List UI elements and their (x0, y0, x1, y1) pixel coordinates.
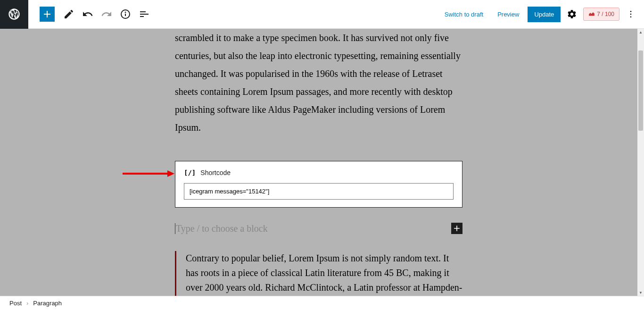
wordpress-logo[interactable] (0, 0, 28, 29)
info-button[interactable] (117, 6, 134, 23)
seo-score-badge[interactable]: 7 / 100 (583, 8, 619, 21)
scroll-down-arrow[interactable]: ▼ (637, 289, 644, 296)
seo-score-text: 7 / 100 (597, 11, 614, 17)
scrollbar-thumb[interactable] (638, 50, 643, 131)
more-options-button[interactable] (622, 6, 639, 23)
add-block-button[interactable] (40, 7, 55, 22)
breadcrumb-root[interactable]: Post (9, 300, 22, 307)
svg-point-5 (630, 17, 632, 18)
paragraph-block[interactable]: scrambled it to make a type specimen boo… (175, 29, 462, 140)
preview-button[interactable]: Preview (492, 7, 525, 22)
empty-block-placeholder: Type / to choose a block (175, 223, 268, 234)
annotation-arrow (123, 169, 174, 178)
svg-marker-7 (167, 170, 174, 177)
vertical-scrollbar[interactable]: ▲ ▼ (637, 29, 644, 296)
svg-point-4 (630, 14, 632, 15)
toolbar-right: Switch to draft Preview Update 7 / 100 (439, 6, 644, 23)
add-block-inline-button[interactable] (451, 223, 462, 234)
switch-to-draft-button[interactable]: Switch to draft (439, 7, 489, 22)
toolbar-left (28, 6, 153, 23)
editor-canvas[interactable]: scrambled it to make a type specimen boo… (0, 29, 637, 296)
breadcrumb-current[interactable]: Paragraph (33, 300, 62, 307)
settings-button[interactable] (563, 6, 580, 23)
quote-block[interactable]: Contrary to popular belief, Lorem Ipsum … (175, 251, 462, 296)
shortcode-header: [/] Shortcode (184, 169, 454, 176)
breadcrumb-bar: Post › Paragraph (0, 296, 644, 310)
svg-point-2 (125, 12, 126, 13)
redo-button[interactable] (98, 6, 115, 23)
shortcode-block[interactable]: [/] Shortcode (175, 161, 462, 208)
shortcode-label: Shortcode (200, 169, 231, 176)
shortcode-input[interactable] (184, 183, 454, 200)
content-wrapper: scrambled it to make a type specimen boo… (175, 29, 462, 296)
update-button[interactable]: Update (528, 7, 561, 22)
scroll-up-arrow[interactable]: ▲ (637, 29, 644, 35)
top-toolbar: Switch to draft Preview Update 7 / 100 (0, 0, 644, 29)
undo-button[interactable] (79, 6, 96, 23)
outline-button[interactable] (136, 6, 153, 23)
svg-point-3 (630, 11, 632, 12)
edit-tool-button[interactable] (60, 6, 77, 23)
breadcrumb-separator: › (26, 300, 28, 307)
empty-block-appender[interactable]: Type / to choose a block (175, 223, 462, 234)
shortcode-icon: [/] (184, 169, 196, 176)
